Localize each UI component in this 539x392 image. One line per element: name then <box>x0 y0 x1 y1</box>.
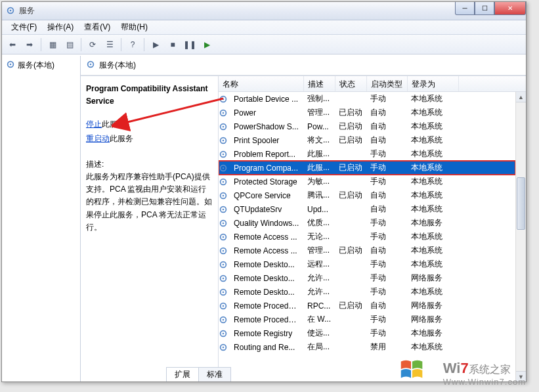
cell-desc: 远程... <box>303 259 335 270</box>
service-row[interactable]: Power管理...已启动自动本地系统 <box>219 106 515 120</box>
cell-logon: 本地系统 <box>407 259 458 270</box>
help-button[interactable]: ? <box>125 37 140 53</box>
col-logon[interactable]: 登录为 <box>408 76 459 91</box>
cell-logon: 本地系统 <box>407 121 458 132</box>
service-row[interactable]: Protected Storage为敏...手动本地系统 <box>219 175 515 188</box>
cell-name: Quality Windows... <box>230 219 303 228</box>
col-name[interactable]: 名称 <box>219 76 304 91</box>
stop-service-suffix: 此服务 <box>102 120 125 129</box>
service-row[interactable]: QTUpdateSrvUpd...自动本地系统 <box>219 202 515 216</box>
watermark-url: Www.Winwin7.com <box>443 377 526 387</box>
back-button[interactable]: ⬅ <box>5 37 20 53</box>
cell-startup: 自动 <box>366 121 407 132</box>
svg-point-15 <box>223 153 225 155</box>
cell-name: Remote Procedu... <box>230 301 303 311</box>
tab-standard[interactable]: 标准 <box>198 367 231 381</box>
maximize-button[interactable]: ☐ <box>475 2 494 15</box>
svg-point-33 <box>223 277 225 279</box>
titlebar[interactable]: 服务 ─ ☐ ✕ <box>2 2 526 20</box>
cell-startup: 手动 <box>366 231 407 242</box>
cell-name: Power <box>230 108 303 118</box>
cell-desc: 在 W... <box>303 314 335 325</box>
cell-status: 已启动 <box>335 135 366 146</box>
cell-logon: 本地系统 <box>407 286 458 297</box>
service-row[interactable]: Print Spooler将文...已启动自动本地系统 <box>219 133 515 147</box>
service-row[interactable]: Remote Registry使远...手动本地服务 <box>219 326 515 340</box>
tree-root-services[interactable]: 服务(本地) <box>5 58 77 72</box>
scroll-up-icon[interactable]: ▲ <box>516 92 526 102</box>
cell-desc: 管理... <box>303 107 335 118</box>
stop-service-button[interactable]: ■ <box>165 37 181 53</box>
cell-startup: 手动 <box>366 314 407 325</box>
gear-icon <box>219 288 228 297</box>
service-row[interactable]: Remote Deskto...允许...手动本地系统 <box>219 285 515 299</box>
service-row[interactable]: Remote Deskto...远程...手动本地系统 <box>219 257 515 271</box>
gear-icon <box>219 232 228 242</box>
pause-service-button[interactable]: ❚❚ <box>182 37 198 53</box>
svg-point-41 <box>223 332 225 334</box>
cell-status: 已启动 <box>335 107 366 118</box>
cell-desc: 允许... <box>303 272 335 284</box>
cell-name: Portable Device ... <box>230 95 303 104</box>
cell-name: Remote Deskto... <box>230 274 303 283</box>
cell-name: Remote Deskto... <box>230 260 303 269</box>
cell-logon: 网络服务 <box>407 272 458 284</box>
gear-icon <box>219 301 228 311</box>
menu-view[interactable]: 查看(V) <box>79 20 116 34</box>
service-row[interactable]: Remote Procedu...在 W...手动网络服务 <box>219 313 515 326</box>
restart-service-link[interactable]: 重启动 <box>86 134 110 143</box>
col-status[interactable]: 状态 <box>335 76 367 91</box>
service-row[interactable]: Remote Access ...管理...已启动自动本地系统 <box>219 244 515 257</box>
service-row[interactable]: Remote Procedu...RPC...已启动自动网络服务 <box>219 299 515 313</box>
cell-name: Program Compa... <box>230 163 303 173</box>
export-list-button[interactable]: ▤ <box>62 37 77 53</box>
cell-name: Remote Registry <box>230 329 303 338</box>
vertical-scrollbar[interactable]: ▲ ▼ <box>515 92 526 381</box>
menu-help[interactable]: 帮助(H) <box>116 20 153 34</box>
restart-service-button[interactable]: ▶ <box>199 37 215 53</box>
service-row[interactable]: Problem Report...此服...手动本地系统 <box>219 147 515 161</box>
scroll-thumb[interactable] <box>517 177 525 230</box>
properties-button[interactable]: ☰ <box>102 37 118 53</box>
cell-status: 已启动 <box>335 300 366 311</box>
service-row[interactable]: Routing and Re...在局...禁用本地系统 <box>219 340 515 354</box>
cell-logon: 本地系统 <box>407 341 458 353</box>
cell-logon: 本地系统 <box>407 107 458 118</box>
start-service-button[interactable]: ▶ <box>148 37 163 53</box>
svg-point-37 <box>223 305 225 307</box>
show-hide-tree-button[interactable]: ▦ <box>45 37 60 53</box>
tab-extended[interactable]: 扩展 <box>166 367 199 381</box>
cell-name: Routing and Re... <box>230 343 303 352</box>
services-window: 服务 ─ ☐ ✕ 文件(F) 操作(A) 查看(V) 帮助(H) ⬅ ➡ ▦ ▤… <box>1 1 527 382</box>
window-title: 服务 <box>19 5 35 16</box>
menu-action[interactable]: 操作(A) <box>42 20 79 34</box>
toolbar: ⬅ ➡ ▦ ▤ ⟳ ☰ ? ▶ ■ ❚❚ ▶ <box>2 35 526 54</box>
cell-desc: 在局... <box>303 341 335 353</box>
svg-point-5 <box>90 64 92 66</box>
refresh-button[interactable]: ⟳ <box>85 37 100 53</box>
service-row[interactable]: Program Compa...此服...已启动手动本地系统 <box>219 161 515 175</box>
description-label: 描述: <box>86 158 213 171</box>
service-row[interactable]: PowerShadow S...Pow...已启动自动本地系统 <box>219 120 515 133</box>
cell-logon: 本地系统 <box>407 245 458 256</box>
menu-file[interactable]: 文件(F) <box>6 20 42 34</box>
cell-name: QTUpdateSrv <box>230 205 303 214</box>
col-description[interactable]: 描述 <box>304 76 335 91</box>
svg-point-21 <box>223 194 225 196</box>
service-row[interactable]: QPCore Service腾讯...已启动自动本地系统 <box>219 188 515 202</box>
list-header: 名称 描述 状态 启动类型 登录为 <box>219 76 526 92</box>
forward-button[interactable]: ➡ <box>22 37 37 53</box>
service-row[interactable]: Remote Deskto...允许...手动网络服务 <box>219 271 515 285</box>
service-row[interactable]: Portable Device ...强制...手动本地系统 <box>219 92 515 106</box>
minimize-button[interactable]: ─ <box>455 2 475 15</box>
cell-desc: 将文... <box>303 135 335 146</box>
col-startup[interactable]: 启动类型 <box>367 76 408 91</box>
gear-icon <box>219 163 228 173</box>
cell-startup: 手动 <box>366 328 407 339</box>
svg-point-31 <box>223 263 225 265</box>
cell-name: Remote Procedu... <box>230 315 303 324</box>
close-button[interactable]: ✕ <box>494 2 526 15</box>
service-row[interactable]: Remote Access ...无论...手动本地系统 <box>219 230 515 244</box>
stop-service-link[interactable]: 停止 <box>86 120 102 129</box>
service-row[interactable]: Quality Windows...优质...手动本地服务 <box>219 216 515 230</box>
